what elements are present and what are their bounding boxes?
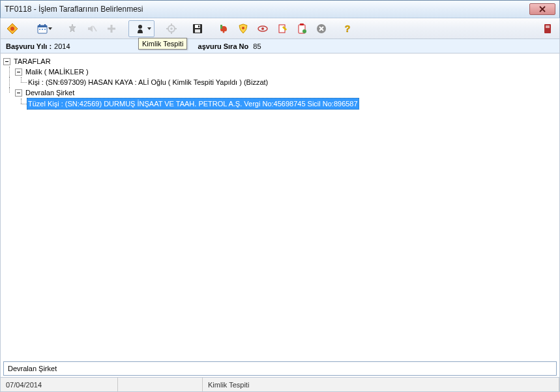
toolbar-shield-button[interactable] (234, 20, 252, 37)
svg-rect-20 (198, 25, 199, 27)
tree-label-root: TARAFLAR (12, 56, 52, 67)
status-date: 07/04/2014 (1, 378, 118, 391)
bell-icon (218, 23, 229, 34)
expander-icon[interactable] (3, 58, 10, 65)
chevron-down-icon (147, 27, 151, 30)
toolbar-settings-button (162, 20, 181, 37)
svg-point-21 (223, 31, 225, 33)
toolbar-identity-button[interactable] (128, 20, 155, 37)
tooltip: Kimlik Tespiti (138, 38, 187, 50)
toolbar-logo-button[interactable] (3, 20, 22, 37)
toolbar-wizard-button (63, 20, 81, 37)
tree-label-company: Tüzel Kişi : (SN:42569) DURMUŞ İNŞAAT VE… (27, 98, 359, 110)
svg-point-25 (261, 27, 264, 30)
expander-icon[interactable] (15, 68, 22, 76)
application-seq-label: aşvuru Sıra No (198, 42, 249, 50)
shield-icon (238, 23, 248, 34)
svg-text:?: ? (345, 23, 351, 34)
svg-rect-7 (42, 29, 43, 30)
svg-rect-33 (546, 25, 550, 28)
svg-point-12 (170, 27, 173, 30)
tree-label-owner: Malik ( MALİKLER ) (24, 67, 90, 77)
toolbar-eye-button[interactable] (254, 20, 272, 37)
svg-point-1 (10, 27, 14, 31)
svg-rect-28 (300, 23, 304, 25)
close-icon (539, 6, 546, 12)
window-close-button[interactable] (529, 3, 555, 15)
selected-path-box: Devralan Şirket (3, 361, 557, 376)
svg-rect-4 (39, 24, 40, 26)
calendar-icon (37, 23, 48, 34)
parties-tree[interactable]: TARAFLAR Malik ( MALİKLER ) Kişi : (SN:6… (3, 56, 557, 361)
status-blank (118, 378, 203, 391)
toolbar: ? Kimlik Tespiti (0, 18, 560, 39)
eye-icon (258, 23, 268, 34)
svg-rect-22 (220, 25, 222, 29)
toolbar-calendar-button[interactable] (29, 20, 55, 37)
info-bar: Başvuru Yılı : 2014 aşvuru Sıra No 85 (0, 39, 560, 53)
tree-row-transferee[interactable]: Devralan Şirket (3, 87, 557, 98)
svg-rect-5 (44, 24, 46, 26)
speaker-remove-icon (87, 23, 97, 34)
svg-rect-6 (39, 29, 40, 30)
stop-icon (316, 23, 327, 34)
toolbar-add-button (102, 20, 121, 37)
record-icon (542, 23, 553, 34)
application-year-label: Başvuru Yılı : (6, 42, 52, 50)
wizard-icon (67, 23, 78, 34)
toolbar-save-button[interactable] (188, 20, 207, 37)
svg-rect-8 (44, 29, 46, 30)
help-icon: ? (342, 23, 353, 34)
toolbar-stop-button[interactable] (312, 20, 331, 37)
selected-path-text: Devralan Şirket (8, 365, 57, 372)
gear-icon (166, 23, 177, 34)
toolbar-edit-button[interactable] (273, 20, 291, 37)
toolbar-clipboard-button[interactable] (293, 20, 311, 37)
logo-icon (7, 23, 18, 34)
tree-label-person: Kişi : (SN:697309) HASAN KAYA : ALİ Oğlu… (27, 77, 269, 87)
svg-point-10 (138, 25, 142, 29)
window-title: TF0118 - İşlem Taraflarının Belirlenmesi (5, 5, 143, 14)
status-bar: 07/04/2014 Kimlik Tespiti (0, 378, 560, 392)
tree-row-owner[interactable]: Malik ( MALİKLER ) (3, 67, 557, 77)
tree-panel: TARAFLAR Malik ( MALİKLER ) Kişi : (SN:6… (0, 53, 560, 378)
save-icon (192, 23, 203, 34)
toolbar-bell-button[interactable] (214, 20, 233, 37)
plus-icon (106, 23, 117, 34)
application-seq-value: 85 (253, 42, 261, 50)
toolbar-record-button[interactable] (538, 20, 557, 37)
svg-line-9 (93, 26, 96, 31)
tree-label-transferee: Devralan Şirket (24, 87, 76, 98)
toolbar-remove-speaker-button (83, 20, 101, 37)
svg-point-23 (242, 27, 244, 29)
expander-icon[interactable] (15, 89, 22, 97)
person-icon (136, 23, 147, 34)
clipboard-icon (297, 23, 307, 34)
tree-row-root[interactable]: TARAFLAR (3, 56, 557, 67)
status-message: Kimlik Tespiti (203, 378, 559, 391)
chevron-down-icon (48, 27, 52, 30)
window-title-bar: TF0118 - İşlem Taraflarının Belirlenmesi (0, 0, 560, 18)
tree-row-company[interactable]: Tüzel Kişi : (SN:42569) DURMUŞ İNŞAAT VE… (3, 98, 557, 110)
toolbar-help-button[interactable]: ? (338, 20, 357, 37)
edit-icon (277, 23, 287, 34)
svg-point-29 (302, 29, 306, 33)
svg-rect-19 (195, 29, 200, 33)
application-year-value: 2014 (54, 42, 70, 50)
tree-row-person[interactable]: Kişi : (SN:697309) HASAN KAYA : ALİ Oğlu… (3, 77, 557, 87)
